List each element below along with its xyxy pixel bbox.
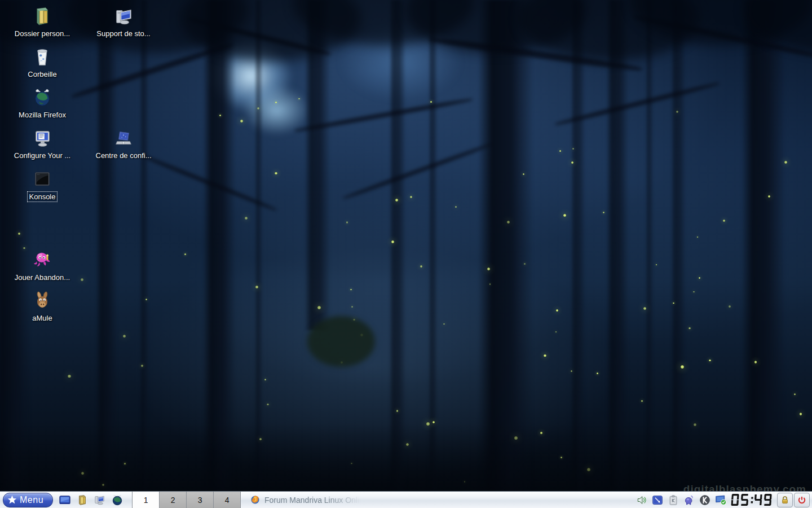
lock-icon [780,496,789,505]
firefly [571,370,572,372]
firefly [420,265,422,268]
firefly [350,289,351,290]
firefly [697,237,698,238]
firefly [572,148,574,150]
firefly [275,172,277,175]
power-icon [797,496,806,505]
firefly [81,278,83,281]
system-tray [636,494,727,506]
desktop-icon-konsole[interactable]: Konsole [6,167,78,202]
firefly [184,253,186,255]
desktop-icon-trash[interactable]: Corbeille [6,45,78,79]
firefly [555,331,557,332]
firefly [723,220,725,222]
firefox-icon [250,495,260,505]
home-folder-icon[interactable] [76,493,89,507]
firefly [693,291,695,293]
control-center-laptop-icon [113,126,134,149]
desktop-icon-home[interactable]: Dossier person... [6,5,78,38]
quick-launch [58,493,124,507]
desktop-icon-label: aMule [30,313,54,323]
kde-k-icon[interactable] [699,494,711,506]
firefly [264,379,266,380]
workspace-pager: 1 2 3 4 [132,492,241,508]
firefly [267,404,269,406]
firefly [523,173,524,175]
firefly [245,217,248,220]
firefly [699,277,700,279]
desktop-icon-label: Dossier person... [13,29,72,38]
firefly [430,101,432,103]
terminal-icon [32,167,52,190]
configure-monitor-icon [32,126,53,149]
firefly [391,240,394,243]
sky-glow [242,85,310,135]
task-button-firefox[interactable]: Forum Mandriva Linux Onlin [247,492,400,508]
desktop-icon-label: Support de sto... [95,29,152,38]
star-icon [7,495,17,505]
updates-ok-icon[interactable] [714,494,727,506]
firefly [563,214,566,217]
desktop-icon-label: Mozilla Firefox [17,110,68,120]
desktop-screen: digitalblasphemy.com Dossier person... S… [0,0,812,508]
firefly [257,107,259,110]
firefly [689,327,690,329]
forest-wallpaper: digitalblasphemy.com [0,0,812,508]
desktop-icon-firefox[interactable]: Mozilla Firefox [6,86,78,120]
desktop-icon-abandonware[interactable]: Jouer Abandon... [6,248,78,282]
power-button[interactable] [794,493,810,507]
desktop-icon-control-center[interactable]: Centre de confi... [87,126,160,160]
workspace-1[interactable]: 1 [133,492,160,508]
workspace-3[interactable]: 3 [187,492,214,508]
lock-screen-button[interactable] [777,493,793,507]
desktop-icon-label: Corbeille [26,69,58,79]
firefly [681,365,684,369]
firefly [729,305,731,308]
firefly [556,309,558,312]
firefly [507,221,510,224]
clock[interactable] [731,494,774,506]
firefly [346,221,348,223]
firefly [800,413,802,415]
firefly [298,98,299,99]
desktop-icon-label: Jouer Abandon... [13,273,72,282]
firefly [141,365,143,366]
workspace-4[interactable]: 4 [214,492,241,508]
computer-icon [113,5,134,27]
mozilla-globe-icon [32,86,53,108]
workspace-2[interactable]: 2 [160,492,187,508]
desktop-icon-label: Configure Your ... [12,151,72,160]
taskbar: Menu 1 2 3 4 Forum Mandriva Linux Onli [0,491,812,508]
power-plug-icon[interactable] [683,494,695,506]
firefly [656,264,657,266]
desktop-icon-configure[interactable]: Configure Your ... [6,126,78,160]
firefly [255,286,258,288]
menu-button-label: Menu [20,495,43,505]
firefly [443,323,445,325]
klipper-icon[interactable] [667,494,679,506]
system-computer-icon[interactable] [93,493,107,507]
mule-icon [32,289,52,312]
desktop-icon-storage[interactable]: Support de sto... [87,5,160,38]
octopus-icon [32,248,53,271]
display-resize-icon[interactable] [651,494,664,506]
desktop-icon-amule[interactable]: aMule [6,289,78,323]
firefly [395,199,398,202]
firefly [396,410,398,411]
show-desktop-icon[interactable] [58,493,72,507]
firefly [455,206,457,208]
menu-button[interactable]: Menu [3,493,53,507]
volume-icon[interactable] [636,494,648,506]
bush [307,316,375,367]
firefly [559,150,561,152]
firefly [603,212,604,213]
firefly [123,335,126,338]
firefly [240,120,243,122]
firefly [351,306,353,308]
web-browser-globe-icon[interactable] [111,493,124,507]
tree-branch [342,142,492,200]
desktop-icon-label: Centre de confi... [94,151,153,160]
firefly [68,375,71,378]
firefly [784,161,787,164]
firefly [410,196,412,198]
